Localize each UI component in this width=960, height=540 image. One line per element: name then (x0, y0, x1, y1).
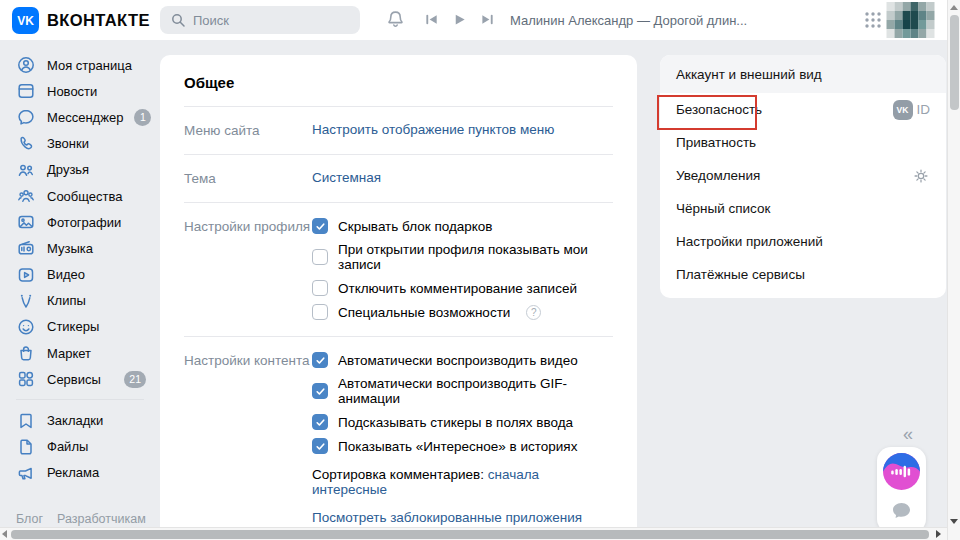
music-assistant-icon[interactable] (883, 453, 920, 490)
nav-item-security[interactable]: Безопасность VK ID (660, 93, 946, 126)
scroll-right-arrow-icon[interactable] (936, 530, 941, 538)
sidebar-label: Мессенджер (47, 110, 123, 125)
sidebar-label: Клипы (47, 293, 86, 308)
top-bar: VK ВКОНТАКТЕ Малинин Александр — Дорогой… (0, 0, 947, 40)
sidebar-item-clips[interactable]: Клипы (0, 288, 160, 314)
gear-icon[interactable] (912, 167, 930, 185)
sidebar-item-bookmarks[interactable]: Закладки (0, 407, 160, 433)
comment-sort-row: Сортировка комментариев: сначала интерес… (312, 467, 613, 497)
sidebar-item-friends[interactable]: Друзья (0, 157, 160, 183)
nav-item-privacy[interactable]: Приватность (660, 126, 946, 159)
sidebar-item-video[interactable]: Видео (0, 262, 160, 288)
next-track-icon[interactable] (480, 12, 495, 27)
sidebar-item-files[interactable]: Файлы (0, 434, 160, 460)
collapse-chevron-icon[interactable]: « (903, 424, 913, 445)
sidebar-item-my-page[interactable]: Моя страница (0, 52, 160, 78)
checkbox-autoplay-video[interactable]: Автоматически воспроизводить видео (312, 352, 613, 368)
comment-sort-label: Сортировка комментариев: (312, 467, 488, 482)
market-bag-icon (16, 343, 36, 363)
play-icon[interactable] (452, 12, 467, 27)
music-icon (16, 238, 36, 258)
row-label: Тема (184, 170, 312, 186)
profile-avatar[interactable] (886, 2, 935, 38)
checkbox-autoplay-gif[interactable]: Автоматически воспроизводить GIF-анимаци… (312, 376, 613, 406)
checkbox-icon (312, 414, 328, 430)
nav-item-app-settings[interactable]: Настройки приложений (660, 225, 946, 258)
checkbox-label: При открытии профиля показывать мои запи… (338, 242, 613, 272)
vk-settings-page: VK ВКОНТАКТЕ Малинин Александр — Дорогой… (0, 0, 960, 540)
services-badge: 21 (124, 371, 146, 388)
vk-id-label: ID (917, 102, 931, 117)
previous-track-icon[interactable] (424, 12, 439, 27)
scroll-up-arrow-icon[interactable] (950, 5, 958, 10)
sidebar-item-stickers[interactable]: Стикеры (0, 314, 160, 340)
horizontal-scrollbar[interactable] (0, 527, 947, 540)
scroll-down-arrow-icon[interactable] (950, 519, 958, 524)
vertical-scrollbar[interactable] (947, 0, 960, 540)
content-settings-row: Настройки контента Автоматически воспрои… (184, 337, 613, 540)
row-label: Настройки профиля (184, 218, 312, 234)
profile-settings-row: Настройки профиля Скрывать блок подарков… (184, 203, 613, 337)
sidebar-item-calls[interactable]: Звонки (0, 131, 160, 157)
footer-link-blog[interactable]: Блог (16, 512, 43, 526)
sidebar-item-photos[interactable]: Фотографии (0, 209, 160, 235)
checkbox-icon (312, 383, 328, 399)
sidebar-item-communities[interactable]: Сообщества (0, 183, 160, 209)
sidebar-item-market[interactable]: Маркет (0, 340, 160, 366)
checkbox-show-interesting-stories[interactable]: Показывать «Интересное» в историях (312, 438, 613, 454)
blocked-apps-link[interactable]: Посмотреть заблокированные приложения (312, 510, 582, 525)
horizontal-scroll-thumb[interactable] (11, 530, 929, 539)
checkbox-hide-gifts[interactable]: Скрывать блок подарков (312, 218, 613, 234)
sidebar-label: Стикеры (47, 319, 99, 334)
sidebar-label: Новости (47, 84, 97, 99)
file-icon (16, 437, 36, 457)
sidebar-item-music[interactable]: Музыка (0, 235, 160, 261)
search-box[interactable] (160, 6, 360, 34)
nav-item-payment-services[interactable]: Платёжные сервисы (660, 258, 946, 291)
communities-icon (16, 186, 36, 206)
sidebar-item-news[interactable]: Новости (0, 78, 160, 104)
configure-menu-link[interactable]: Настроить отображение пунктов меню (312, 122, 554, 137)
checkbox-suggest-stickers[interactable]: Подсказывать стикеры в полях ввода (312, 414, 613, 430)
sidebar-label: Маркет (47, 346, 91, 361)
footer-link-developers[interactable]: Разработчикам (57, 512, 146, 526)
nav-item-account-appearance[interactable]: Аккаунт и внешний вид (660, 55, 946, 93)
sidebar-label: Сообщества (47, 189, 123, 204)
sidebar-label: Файлы (47, 439, 88, 454)
newspaper-icon (16, 81, 36, 101)
checkbox-label: Автоматически воспроизводить видео (338, 353, 578, 368)
notifications-bell-icon[interactable] (385, 9, 406, 34)
checkbox-show-posts-on-open[interactable]: При открытии профиля показывать мои запи… (312, 242, 613, 272)
vertical-scroll-thumb[interactable] (950, 15, 959, 110)
sidebar-item-ads[interactable]: Реклама (0, 460, 160, 486)
checkbox-label: Отключить комментирование записей (338, 281, 577, 296)
checkbox-accessibility[interactable]: Специальные возможности ? (312, 304, 613, 320)
services-grid-icon (16, 369, 36, 389)
theme-link[interactable]: Системная (312, 170, 381, 185)
apps-grid-icon[interactable] (864, 11, 882, 33)
row-label: Меню сайта (184, 122, 312, 138)
search-input[interactable] (193, 13, 343, 28)
sidebar-item-messenger[interactable]: Мессенджер 1 (0, 104, 160, 130)
megaphone-icon (16, 463, 36, 483)
clips-icon (16, 291, 36, 311)
sidebar-label: Музыка (47, 241, 93, 256)
scroll-left-arrow-icon[interactable] (2, 530, 7, 538)
checkbox-disable-comments[interactable]: Отключить комментирование записей (312, 280, 613, 296)
nav-item-notifications[interactable]: Уведомления (660, 159, 946, 192)
blocked-apps-row: Посмотреть заблокированные приложения (312, 510, 613, 525)
checkbox-icon (312, 280, 328, 296)
checkbox-label: Подсказывать стикеры в полях ввода (338, 415, 573, 430)
nav-item-blacklist[interactable]: Чёрный список (660, 192, 946, 225)
mini-player (424, 12, 495, 27)
checkbox-label: Скрывать блок подарков (338, 219, 493, 234)
help-icon[interactable]: ? (526, 305, 541, 320)
checkbox-icon (312, 218, 328, 234)
sidebar-item-services[interactable]: Сервисы 21 (0, 366, 160, 392)
chat-bubble-button-icon[interactable] (892, 502, 911, 519)
vk-logo-icon[interactable]: VK (12, 7, 39, 34)
vk-wordmark[interactable]: ВКОНТАКТЕ (47, 11, 150, 30)
general-settings-card: Общее Меню сайта Настроить отображение п… (160, 55, 637, 540)
now-playing-title[interactable]: Малинин Александр — Дорогой длин... (510, 13, 747, 28)
video-icon (16, 265, 36, 285)
